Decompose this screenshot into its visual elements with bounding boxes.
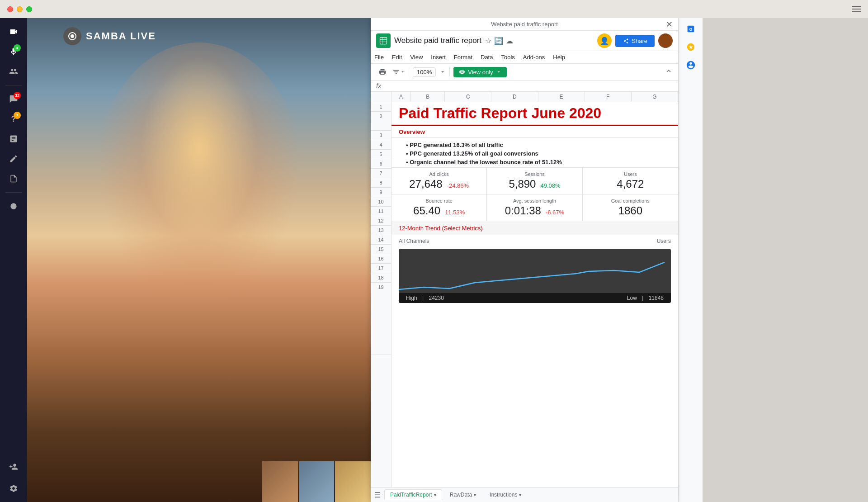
row-19-33: 19 (371, 283, 391, 355)
main-layout: ● 32 ? 7 (0, 18, 868, 502)
tab-raw-data[interactable]: RawData ▾ (444, 489, 482, 500)
trend-section: 12-Month Trend (Select Metrics) All Chan… (392, 221, 678, 303)
toolbar-separator (409, 67, 409, 76)
row-11: 11 (371, 207, 391, 216)
row-15: 15 (371, 245, 391, 254)
metric-label-avg-session: Avg. session length (494, 198, 575, 204)
add-participant-icon[interactable] (5, 459, 22, 475)
right-panel-icon-2[interactable]: ★ (684, 40, 698, 54)
user-avatar[interactable] (658, 33, 673, 48)
annotate-icon[interactable] (5, 151, 22, 167)
row-4: 4 (371, 140, 391, 150)
metric-change-bounce: 11.53% (445, 209, 465, 216)
sheet-tabs: ☰ PaidTrafficReport ▾ RawData ▾ Instruct… (371, 487, 678, 502)
svg-rect-3 (380, 38, 387, 44)
app-bar: Website paid traffic report ☆ 🔄 ☁ 👤 Shar… (371, 31, 678, 51)
col-header-f: F (585, 92, 632, 102)
fx-label: fx (376, 82, 381, 90)
sheet-tabs-menu[interactable]: ☰ (374, 491, 381, 499)
sidebar: ● 32 ? 7 (0, 18, 27, 502)
tab-instructions[interactable]: Instructions ▾ (484, 489, 527, 500)
tab-raw-dropdown-icon[interactable]: ▾ (474, 493, 476, 497)
metric-label-sessions: Sessions (494, 171, 575, 177)
col-header-b: B (411, 92, 445, 102)
column-headers: A B C D E F G (371, 92, 678, 102)
right-panel-icon-3[interactable] (684, 58, 698, 72)
menu-insert[interactable]: Insert (427, 52, 449, 62)
sidebar-divider-1 (5, 85, 22, 85)
maximize-button[interactable] (26, 6, 32, 12)
settings-icon[interactable] (5, 480, 22, 497)
filter-button[interactable] (392, 66, 405, 78)
menu-edit[interactable]: Edit (388, 52, 406, 62)
user-avatar-small[interactable]: 👤 (597, 33, 612, 48)
samba-logo-icon (63, 27, 81, 45)
history-icon[interactable]: 🔄 (494, 37, 503, 45)
chat-badge: 32 (14, 92, 21, 99)
close-button[interactable] (7, 6, 13, 12)
documents-icon[interactable] (5, 170, 22, 187)
metric-label-bounce: Bounce rate (399, 198, 479, 204)
traffic-lights (7, 6, 32, 12)
menu-view[interactable]: View (406, 52, 426, 62)
row-1: 1 (371, 102, 391, 112)
row-6: 6 (371, 159, 391, 169)
collapse-button[interactable] (665, 67, 673, 77)
print-button[interactable] (376, 66, 389, 78)
menu-tools[interactable]: Tools (497, 52, 518, 62)
metric-users: Users 4,672 (583, 168, 678, 194)
record-icon[interactable] (5, 198, 22, 214)
col-header-e: E (538, 92, 585, 102)
view-only-button[interactable]: View only (453, 67, 506, 77)
hamburger-menu[interactable] (852, 6, 861, 12)
spreadsheet-body: 1 2 3 4 5 6 7 8 9 10 11 12 13 14 15 16 1 (371, 102, 678, 487)
row-numbers: 1 2 3 4 5 6 7 8 9 10 11 12 13 14 15 16 1 (371, 102, 392, 487)
camera-icon[interactable] (5, 24, 22, 40)
menu-bar: File Edit View Insert Format Data Tools … (371, 51, 678, 64)
share-button[interactable]: Share (615, 35, 655, 47)
qa-icon[interactable]: ? 7 (5, 111, 22, 127)
sheets-window-title: Website paid traffic report (491, 21, 558, 28)
metric-change-ad-clicks: -24.86% (447, 182, 469, 189)
tab-instructions-dropdown-icon[interactable]: ▾ (519, 493, 521, 497)
cloud-icon[interactable]: ☁ (506, 37, 513, 45)
metric-value-bounce: 65.40 (413, 204, 440, 217)
sheets-app-icon (376, 33, 391, 48)
metric-values-avg-session: 0:01:38 -6.67% (494, 204, 575, 217)
qa-badge: 7 (14, 112, 21, 119)
star-icon[interactable]: ☆ (485, 37, 491, 45)
row-7: 7 (371, 169, 391, 178)
face-highlight (96, 43, 302, 309)
menu-help[interactable]: Help (549, 52, 569, 62)
overview-label: Overview (399, 128, 425, 135)
menu-data[interactable]: Data (477, 52, 496, 62)
overview-row: Overview (392, 125, 678, 138)
zoom-display[interactable]: 100% (413, 67, 436, 77)
close-button[interactable]: ✕ (666, 19, 673, 29)
menu-addons[interactable]: Add-ons (519, 52, 548, 62)
mic-icon[interactable]: ● (5, 43, 22, 60)
tab-dropdown-icon[interactable]: ▾ (434, 493, 436, 497)
minimize-button[interactable] (17, 6, 23, 12)
tab-paid-traffic-report[interactable]: PaidTrafficReport ▾ (384, 489, 442, 500)
participants-icon[interactable] (5, 63, 22, 80)
participant-strip (262, 461, 371, 502)
samba-logo-text: SAMBA LIVE (86, 30, 156, 42)
chat-icon[interactable]: 32 (5, 91, 22, 107)
chart-high-label: High | 24230 (406, 295, 444, 301)
menu-file[interactable]: File (371, 52, 387, 62)
metric-values-ad-clicks: 27,648 -24.86% (399, 178, 479, 190)
metric-change-avg-session: -6.67% (546, 209, 564, 216)
trend-header: 12-Month Trend (Select Metrics) (392, 221, 678, 235)
metrics-grid: Ad clicks 27,648 -24.86% Sessions 5,890 (392, 168, 678, 221)
svg-point-0 (10, 203, 16, 209)
samba-logo: SAMBA LIVE (63, 27, 156, 45)
trend-label: 12-Month Trend (Select Metrics) (399, 225, 483, 232)
polls-icon[interactable] (5, 131, 22, 147)
sheets-doc-title: Website paid traffic report (394, 36, 481, 45)
col-header-a: A (392, 92, 411, 102)
right-panel-icon-1[interactable]: G (684, 22, 698, 36)
menu-format[interactable]: Format (450, 52, 476, 62)
metric-label-users: Users (590, 171, 671, 177)
window-chrome (0, 0, 868, 18)
